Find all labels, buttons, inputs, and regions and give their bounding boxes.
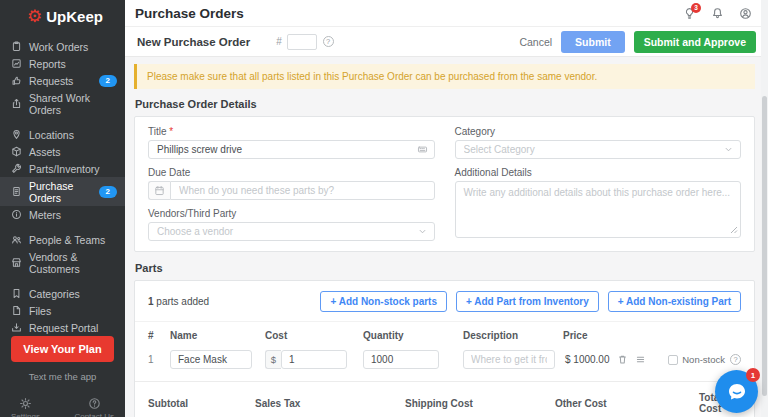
details-right-column: Category Additional Details bbox=[455, 126, 742, 250]
settings-button[interactable]: Settings bbox=[11, 397, 40, 417]
due-date-input[interactable] bbox=[170, 181, 435, 200]
category-select[interactable] bbox=[455, 140, 742, 159]
toolbar-actions: Cancel Submit Submit and Approve bbox=[519, 31, 756, 53]
account-button[interactable] bbox=[739, 7, 752, 20]
add-non-stock-parts-button[interactable]: + Add Non-stock parts bbox=[320, 291, 447, 312]
avatar-icon bbox=[739, 7, 752, 20]
whats-new-button[interactable]: 3 bbox=[683, 7, 696, 20]
calendar-icon[interactable] bbox=[148, 181, 170, 200]
share-icon bbox=[11, 98, 22, 109]
submit-and-approve-button[interactable]: Submit and Approve bbox=[634, 31, 756, 53]
text-me-the-app-link[interactable]: Text me the app bbox=[0, 371, 125, 382]
sidebar-item-parts-inventory[interactable]: Parts/Inventory bbox=[0, 160, 125, 177]
header-icons: 3 bbox=[683, 7, 752, 20]
add-non-existing-part-button[interactable]: + Add Non-existing Part bbox=[608, 291, 741, 312]
part-options-button[interactable] bbox=[635, 354, 646, 365]
logo-text: UpKeep bbox=[46, 8, 103, 25]
sidebar-nav: Work Orders Reports Requests 2 Shared Wo… bbox=[0, 30, 125, 336]
nav-group-misc: Categories Files Request Portal bbox=[0, 285, 125, 336]
plan-section: View Your Plan Text me the app bbox=[0, 336, 125, 397]
submit-button[interactable]: Submit bbox=[561, 31, 625, 53]
po-number-prefix: # bbox=[276, 36, 282, 47]
cube-icon bbox=[11, 146, 22, 157]
nav-group-people: People & Teams Vendors & Customers bbox=[0, 231, 125, 277]
sidebar-item-vendors-customers[interactable]: Vendors & Customers bbox=[0, 248, 125, 277]
contact-us-button[interactable]: Contact Us bbox=[74, 397, 114, 417]
sidebar-item-categories[interactable]: Categories bbox=[0, 285, 125, 302]
additional-details-textarea[interactable] bbox=[455, 181, 742, 238]
sidebar-item-meters[interactable]: Meters bbox=[0, 206, 125, 223]
scrollbar-thumb[interactable] bbox=[762, 96, 767, 396]
cancel-button[interactable]: Cancel bbox=[519, 36, 552, 48]
sidebar-item-shared-work-orders[interactable]: Shared Work Orders bbox=[0, 89, 125, 118]
sidebar-footer: Settings Contact Us bbox=[0, 397, 125, 417]
main-area: Purchase Orders 3 New Purchase Order # ? bbox=[125, 0, 768, 417]
non-stock-checkbox[interactable] bbox=[668, 355, 678, 365]
page-title: Purchase Orders bbox=[135, 6, 244, 21]
title-field: Title * bbox=[148, 126, 435, 159]
part-row-index: 1 bbox=[148, 354, 170, 365]
wrench-icon bbox=[11, 163, 22, 174]
sidebar-item-label: Reports bbox=[29, 58, 66, 70]
chat-launcher-button[interactable]: 1 bbox=[715, 370, 758, 413]
page-scrollbar[interactable] bbox=[761, 0, 768, 417]
part-price-value: $ 1000.00 bbox=[565, 354, 610, 365]
po-number-help-icon[interactable]: ? bbox=[323, 36, 334, 47]
clipboard-icon bbox=[11, 41, 22, 52]
sidebar-item-locations[interactable]: Locations bbox=[0, 126, 125, 143]
sidebar-item-assets[interactable]: Assets bbox=[0, 143, 125, 160]
sidebar-item-people-teams[interactable]: People & Teams bbox=[0, 231, 125, 248]
view-your-plan-button[interactable]: View Your Plan bbox=[11, 336, 113, 362]
sidebar-item-files[interactable]: Files bbox=[0, 302, 125, 319]
sidebar-item-label: Categories bbox=[29, 288, 80, 300]
parts-panel: 1 parts added + Add Non-stock parts + Ad… bbox=[134, 280, 755, 417]
vendor-warning-banner: Please make sure that all parts listed i… bbox=[134, 64, 755, 89]
vendor-select[interactable] bbox=[148, 222, 435, 241]
sidebar-item-label: Assets bbox=[29, 146, 61, 158]
subtotal-header: Subtotal bbox=[148, 398, 255, 409]
trash-icon bbox=[617, 354, 628, 365]
sidebar-item-requests[interactable]: Requests 2 bbox=[0, 72, 125, 89]
sidebar-item-label: Requests bbox=[29, 75, 73, 87]
sidebar-item-label: People & Teams bbox=[29, 234, 105, 246]
col-header-description: Description bbox=[463, 330, 563, 341]
sales-tax-header: Sales Tax bbox=[255, 398, 405, 409]
additional-details-field: Additional Details bbox=[455, 167, 742, 242]
sidebar-item-reports[interactable]: Reports bbox=[0, 55, 125, 72]
notifications-button[interactable] bbox=[711, 7, 724, 20]
category-field: Category bbox=[455, 126, 742, 159]
part-quantity-input[interactable] bbox=[363, 350, 439, 369]
sidebar-item-request-portal[interactable]: Request Portal bbox=[0, 319, 125, 336]
details-left-column: Title * Due Date bbox=[148, 126, 435, 250]
warning-text: Please make sure that all parts listed i… bbox=[147, 71, 597, 82]
bell-icon bbox=[711, 7, 724, 20]
shipping-cost-header: Shipping Cost bbox=[405, 398, 555, 409]
part-name-input[interactable] bbox=[170, 350, 252, 369]
delete-part-button[interactable] bbox=[617, 354, 628, 365]
po-number-input[interactable] bbox=[287, 34, 317, 50]
storefront-icon bbox=[11, 257, 22, 268]
part-row: 1 $ $ 1000.00 bbox=[135, 346, 754, 381]
sidebar-item-label: Files bbox=[29, 305, 51, 317]
nav-group-assets: Locations Assets Parts/Inventory Purchas… bbox=[0, 126, 125, 223]
title-input[interactable] bbox=[148, 140, 435, 159]
add-part-from-inventory-button[interactable]: + Add Part from Inventory bbox=[456, 291, 599, 312]
upkeep-logo[interactable]: ⚙ UpKeep bbox=[0, 0, 125, 30]
required-asterisk: * bbox=[169, 126, 173, 137]
cost-currency-prefix: $ bbox=[265, 350, 281, 369]
sidebar-item-label: Work Orders bbox=[29, 41, 88, 53]
app-root: ⚙ UpKeep Work Orders Reports Requests 2 bbox=[0, 0, 768, 417]
sidebar-item-label: Meters bbox=[29, 209, 61, 221]
sidebar-item-label: Shared Work Orders bbox=[29, 92, 117, 116]
document-icon bbox=[11, 186, 22, 197]
details-heading: Purchase Order Details bbox=[135, 98, 755, 110]
thumbs-up-icon bbox=[11, 75, 22, 86]
part-description-input[interactable] bbox=[463, 350, 555, 369]
vendors-label: Vendors/Third Party bbox=[148, 208, 435, 219]
part-cost-input[interactable] bbox=[281, 350, 347, 369]
details-panel: Title * Due Date bbox=[134, 116, 755, 252]
sidebar-item-purchase-orders[interactable]: Purchase Orders 2 bbox=[0, 177, 125, 206]
non-stock-help-icon[interactable]: ? bbox=[730, 354, 741, 365]
col-header-price: Price bbox=[563, 330, 741, 341]
sidebar-item-work-orders[interactable]: Work Orders bbox=[0, 38, 125, 55]
